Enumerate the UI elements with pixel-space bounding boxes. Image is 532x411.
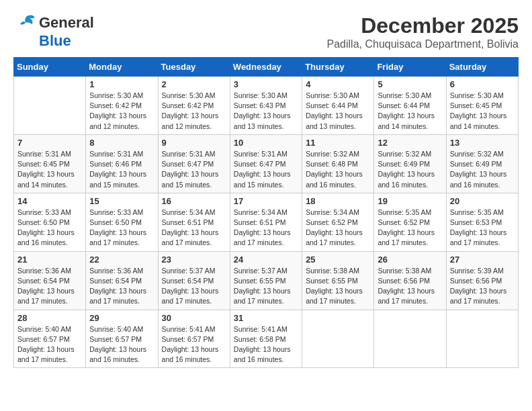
calendar-cell: 9Sunrise: 5:31 AM Sunset: 6:47 PM Daylig…	[158, 134, 230, 193]
day-number: 13	[450, 138, 515, 148]
day-number: 22	[89, 255, 154, 265]
day-number: 3	[234, 79, 298, 89]
calendar-cell: 14Sunrise: 5:33 AM Sunset: 6:50 PM Dayli…	[14, 193, 86, 251]
calendar-cell	[302, 310, 374, 368]
calendar-cell: 2Sunrise: 5:30 AM Sunset: 6:42 PM Daylig…	[158, 77, 230, 135]
day-info: Sunrise: 5:30 AM Sunset: 6:45 PM Dayligh…	[450, 91, 515, 132]
day-info: Sunrise: 5:30 AM Sunset: 6:44 PM Dayligh…	[306, 91, 370, 132]
day-info: Sunrise: 5:40 AM Sunset: 6:57 PM Dayligh…	[89, 324, 154, 365]
calendar-cell: 17Sunrise: 5:34 AM Sunset: 6:51 PM Dayli…	[230, 193, 302, 251]
day-number: 4	[306, 79, 370, 89]
day-number: 28	[17, 313, 82, 323]
day-info: Sunrise: 5:34 AM Sunset: 6:51 PM Dayligh…	[234, 208, 298, 248]
day-info: Sunrise: 5:33 AM Sunset: 6:50 PM Dayligh…	[17, 208, 82, 248]
day-number: 5	[378, 79, 442, 89]
calendar-cell: 4Sunrise: 5:30 AM Sunset: 6:44 PM Daylig…	[302, 77, 374, 135]
calendar-week-row: 21Sunrise: 5:36 AM Sunset: 6:54 PM Dayli…	[14, 251, 519, 310]
day-info: Sunrise: 5:32 AM Sunset: 6:49 PM Dayligh…	[378, 149, 442, 190]
day-number: 8	[89, 138, 154, 148]
day-info: Sunrise: 5:30 AM Sunset: 6:42 PM Dayligh…	[89, 91, 154, 132]
calendar-cell: 18Sunrise: 5:34 AM Sunset: 6:52 PM Dayli…	[302, 193, 374, 251]
day-header-monday: Monday	[86, 58, 158, 77]
logo: General Blue	[13, 13, 94, 50]
day-number: 23	[162, 255, 226, 265]
page-subtitle: Padilla, Chuquisaca Department, Bolivia	[327, 38, 519, 50]
day-info: Sunrise: 5:38 AM Sunset: 6:55 PM Dayligh…	[306, 266, 370, 307]
day-number: 20	[450, 196, 515, 206]
calendar-cell: 27Sunrise: 5:39 AM Sunset: 6:56 PM Dayli…	[446, 251, 518, 310]
day-number: 10	[234, 138, 298, 148]
day-number: 25	[306, 255, 370, 265]
day-number: 16	[162, 196, 226, 206]
calendar-week-row: 1Sunrise: 5:30 AM Sunset: 6:42 PM Daylig…	[14, 77, 519, 135]
day-number: 12	[378, 138, 442, 148]
day-number: 24	[234, 255, 298, 265]
day-number: 18	[306, 196, 370, 206]
calendar-cell: 5Sunrise: 5:30 AM Sunset: 6:44 PM Daylig…	[374, 77, 446, 135]
day-info: Sunrise: 5:36 AM Sunset: 6:54 PM Dayligh…	[17, 266, 82, 307]
calendar-cell: 15Sunrise: 5:33 AM Sunset: 6:50 PM Dayli…	[86, 193, 158, 251]
day-info: Sunrise: 5:35 AM Sunset: 6:53 PM Dayligh…	[450, 208, 515, 248]
day-number: 1	[89, 79, 154, 89]
day-number: 31	[234, 313, 298, 323]
day-number: 15	[89, 196, 154, 206]
day-number: 14	[17, 196, 82, 206]
calendar-cell: 10Sunrise: 5:31 AM Sunset: 6:47 PM Dayli…	[230, 134, 302, 193]
calendar-cell: 31Sunrise: 5:41 AM Sunset: 6:58 PM Dayli…	[230, 310, 302, 368]
calendar-cell: 6Sunrise: 5:30 AM Sunset: 6:45 PM Daylig…	[446, 77, 518, 135]
page-header: General Blue December 2025 Padilla, Chuq…	[13, 13, 519, 50]
day-number: 27	[450, 255, 515, 265]
calendar-cell: 3Sunrise: 5:30 AM Sunset: 6:43 PM Daylig…	[230, 77, 302, 135]
calendar-cell	[446, 310, 518, 368]
day-info: Sunrise: 5:32 AM Sunset: 6:48 PM Dayligh…	[306, 149, 370, 190]
calendar-week-row: 28Sunrise: 5:40 AM Sunset: 6:57 PM Dayli…	[14, 310, 519, 368]
day-info: Sunrise: 5:31 AM Sunset: 6:47 PM Dayligh…	[162, 149, 226, 190]
day-info: Sunrise: 5:31 AM Sunset: 6:47 PM Dayligh…	[234, 149, 298, 190]
calendar-cell: 22Sunrise: 5:36 AM Sunset: 6:54 PM Dayli…	[86, 251, 158, 310]
day-info: Sunrise: 5:41 AM Sunset: 6:58 PM Dayligh…	[234, 324, 298, 365]
title-block: December 2025 Padilla, Chuquisaca Depart…	[327, 13, 519, 50]
day-info: Sunrise: 5:35 AM Sunset: 6:52 PM Dayligh…	[378, 208, 442, 248]
day-info: Sunrise: 5:38 AM Sunset: 6:56 PM Dayligh…	[378, 266, 442, 307]
calendar-cell: 12Sunrise: 5:32 AM Sunset: 6:49 PM Dayli…	[374, 134, 446, 193]
day-info: Sunrise: 5:30 AM Sunset: 6:43 PM Dayligh…	[234, 91, 298, 132]
day-number: 19	[378, 196, 442, 206]
day-header-saturday: Saturday	[446, 58, 518, 77]
day-header-friday: Friday	[374, 58, 446, 77]
calendar-cell: 30Sunrise: 5:41 AM Sunset: 6:57 PM Dayli…	[158, 310, 230, 368]
day-header-wednesday: Wednesday	[230, 58, 302, 77]
day-number: 29	[89, 313, 154, 323]
day-number: 7	[17, 138, 82, 148]
logo-general: General	[39, 14, 94, 32]
day-number: 21	[17, 255, 82, 265]
calendar-cell: 23Sunrise: 5:37 AM Sunset: 6:54 PM Dayli…	[158, 251, 230, 310]
day-info: Sunrise: 5:40 AM Sunset: 6:57 PM Dayligh…	[17, 324, 82, 365]
calendar-cell	[374, 310, 446, 368]
day-header-thursday: Thursday	[302, 58, 374, 77]
day-info: Sunrise: 5:39 AM Sunset: 6:56 PM Dayligh…	[450, 266, 515, 307]
day-info: Sunrise: 5:41 AM Sunset: 6:57 PM Dayligh…	[162, 324, 226, 365]
calendar-cell: 25Sunrise: 5:38 AM Sunset: 6:55 PM Dayli…	[302, 251, 374, 310]
calendar-cell: 19Sunrise: 5:35 AM Sunset: 6:52 PM Dayli…	[374, 193, 446, 251]
calendar-cell: 16Sunrise: 5:34 AM Sunset: 6:51 PM Dayli…	[158, 193, 230, 251]
calendar-cell: 24Sunrise: 5:37 AM Sunset: 6:55 PM Dayli…	[230, 251, 302, 310]
day-info: Sunrise: 5:36 AM Sunset: 6:54 PM Dayligh…	[89, 266, 154, 307]
day-number: 26	[378, 255, 442, 265]
day-number: 17	[234, 196, 298, 206]
day-info: Sunrise: 5:34 AM Sunset: 6:52 PM Dayligh…	[306, 208, 370, 248]
calendar-cell: 28Sunrise: 5:40 AM Sunset: 6:57 PM Dayli…	[14, 310, 86, 368]
calendar-cell	[14, 77, 86, 135]
day-header-sunday: Sunday	[14, 58, 86, 77]
calendar-cell: 13Sunrise: 5:32 AM Sunset: 6:49 PM Dayli…	[446, 134, 518, 193]
calendar-cell: 8Sunrise: 5:31 AM Sunset: 6:46 PM Daylig…	[86, 134, 158, 193]
calendar-cell: 29Sunrise: 5:40 AM Sunset: 6:57 PM Dayli…	[86, 310, 158, 368]
day-info: Sunrise: 5:34 AM Sunset: 6:51 PM Dayligh…	[162, 208, 226, 248]
calendar-header-row: SundayMondayTuesdayWednesdayThursdayFrid…	[14, 58, 519, 77]
day-number: 9	[162, 138, 226, 148]
calendar-cell: 26Sunrise: 5:38 AM Sunset: 6:56 PM Dayli…	[374, 251, 446, 310]
logo-bird-icon	[13, 13, 36, 32]
day-info: Sunrise: 5:33 AM Sunset: 6:50 PM Dayligh…	[89, 208, 154, 248]
day-number: 30	[162, 313, 226, 323]
day-info: Sunrise: 5:31 AM Sunset: 6:46 PM Dayligh…	[89, 149, 154, 190]
calendar-cell: 21Sunrise: 5:36 AM Sunset: 6:54 PM Dayli…	[14, 251, 86, 310]
